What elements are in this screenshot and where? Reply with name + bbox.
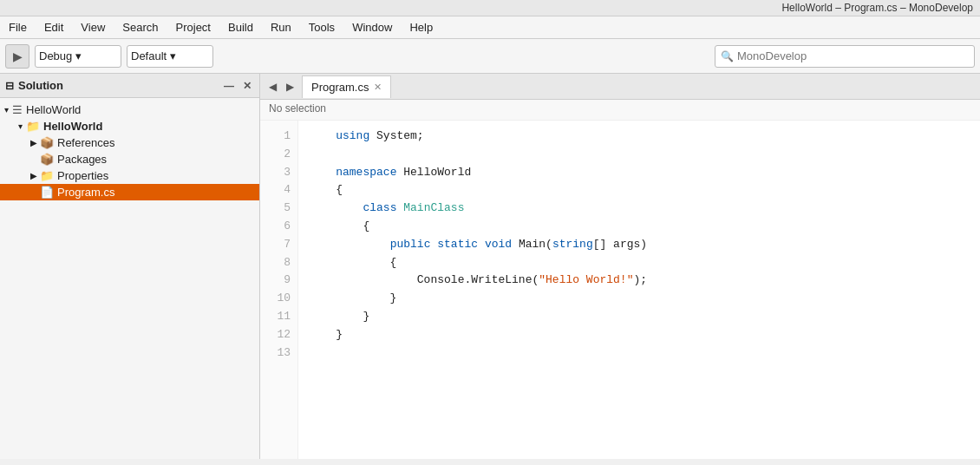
tree-item-label: Program.cs — [57, 186, 114, 199]
sidebar-close-button[interactable]: ✕ — [240, 79, 254, 93]
menu-item-build[interactable]: Build — [219, 19, 262, 36]
toolbar: ▶ Debug ▾ Default ▾ 🔍 — [0, 39, 980, 74]
line-numbers: 12345678910111213 — [260, 121, 298, 459]
tab-close-button[interactable]: ✕ — [374, 82, 382, 93]
main-area: ⊟ Solution — ✕ ▾☰HelloWorld▾📁HelloWorld▶… — [0, 74, 980, 459]
tab-prev-button[interactable]: ◀ — [264, 78, 281, 95]
code-editor[interactable]: 12345678910111213 using System; namespac… — [260, 121, 980, 459]
code-line: } — [309, 326, 970, 344]
tab-bar: ◀ ▶ Program.cs ✕ — [260, 74, 980, 100]
tree-item-references[interactable]: ▶📦References — [0, 134, 259, 151]
tree-item-icon: 📁 — [40, 169, 54, 182]
tree-item-label: HelloWorld — [43, 120, 102, 133]
run-button[interactable]: ▶ — [5, 44, 29, 69]
sidebar-minimize-button[interactable]: — — [221, 79, 237, 93]
line-number: 6 — [271, 218, 291, 236]
menu-item-tools[interactable]: Tools — [300, 19, 343, 36]
search-input[interactable] — [737, 49, 969, 62]
line-number: 3 — [271, 164, 291, 182]
menu-item-view[interactable]: View — [72, 19, 114, 36]
default-arrow-icon: ▾ — [170, 49, 176, 62]
menu-item-search[interactable]: Search — [114, 19, 167, 36]
code-line: class MainClass — [309, 200, 970, 218]
debug-arrow-icon: ▾ — [75, 49, 82, 62]
tree-item-icon: 📄 — [40, 186, 54, 199]
line-number: 10 — [271, 290, 291, 308]
code-line: } — [309, 290, 970, 308]
menu-item-project[interactable]: Project — [167, 19, 219, 36]
menu-item-help[interactable]: Help — [401, 19, 441, 36]
line-number: 11 — [271, 308, 291, 326]
tree-item-helloworld[interactable]: ▾☰HelloWorld — [0, 102, 259, 118]
menu-item-window[interactable]: Window — [343, 19, 401, 36]
line-number: 1 — [271, 128, 291, 146]
tree-item-properties[interactable]: ▶📁Properties — [0, 167, 259, 184]
line-number: 5 — [271, 200, 291, 218]
line-number: 7 — [271, 236, 291, 254]
line-number: 8 — [271, 254, 291, 272]
code-line: { — [309, 254, 970, 272]
code-line: namespace HelloWorld — [309, 164, 970, 182]
debug-dropdown[interactable]: Debug ▾ — [35, 45, 121, 68]
line-number: 2 — [271, 146, 291, 164]
tree-arrow-icon: ▶ — [28, 138, 40, 147]
sidebar-header: ⊟ Solution — ✕ — [0, 74, 259, 98]
line-number: 13 — [271, 344, 291, 363]
tab-program-cs[interactable]: Program.cs ✕ — [302, 75, 391, 98]
line-number: 4 — [271, 181, 291, 200]
code-content[interactable]: using System; namespace HelloWorld { cla… — [298, 121, 980, 459]
tab-next-button[interactable]: ▶ — [281, 78, 298, 95]
tree-item-label: Properties — [57, 169, 108, 182]
code-line — [309, 146, 970, 164]
code-line: { — [309, 181, 970, 200]
code-line — [309, 344, 970, 363]
tree-item-icon: 📦 — [40, 136, 54, 149]
tab-label: Program.cs — [311, 81, 369, 94]
line-number: 12 — [271, 326, 291, 344]
code-line: using System; — [309, 128, 970, 146]
breadcrumb: No selection — [260, 100, 980, 121]
default-dropdown[interactable]: Default ▾ — [127, 45, 213, 68]
tree-item-icon: 📦 — [40, 153, 54, 166]
menu-item-run[interactable]: Run — [262, 19, 300, 36]
sidebar-title: Solution — [18, 79, 63, 92]
code-line: Console.WriteLine("Hello World!"); — [309, 272, 970, 290]
sidebar-header-icons: — ✕ — [221, 79, 254, 93]
tree-item-helloworld[interactable]: ▾📁HelloWorld — [0, 118, 259, 134]
tree-item-icon: 📁 — [26, 120, 40, 133]
tree-item-label: References — [57, 136, 114, 149]
default-label: Default — [131, 49, 167, 62]
tree-item-label: HelloWorld — [26, 103, 81, 116]
menu-item-file[interactable]: File — [0, 19, 36, 36]
tree-item-packages[interactable]: 📦Packages — [0, 151, 259, 167]
tree-item-label: Packages — [57, 153, 107, 166]
breadcrumb-text: No selection — [269, 102, 326, 115]
menu-item-edit[interactable]: Edit — [36, 19, 72, 36]
toolbar-search[interactable]: 🔍 — [715, 45, 975, 68]
titlebar: HelloWorld – Program.cs – MonoDevelop — [0, 0, 980, 16]
editor-area: ◀ ▶ Program.cs ✕ No selection 1234567891… — [260, 74, 980, 459]
debug-label: Debug — [39, 49, 72, 62]
line-number: 9 — [271, 272, 291, 290]
menubar: FileEditViewSearchProjectBuildRunToolsWi… — [0, 16, 980, 39]
sidebar: ⊟ Solution — ✕ ▾☰HelloWorld▾📁HelloWorld▶… — [0, 74, 260, 459]
titlebar-text: HelloWorld – Program.cs – MonoDevelop — [781, 2, 973, 14]
tree-arrow-icon: ▾ — [0, 105, 12, 115]
code-line: public static void Main(string[] args) — [309, 236, 970, 254]
sidebar-tree: ▾☰HelloWorld▾📁HelloWorld▶📦References📦Pac… — [0, 98, 259, 459]
tree-item-icon: ☰ — [12, 103, 23, 116]
solution-icon: ⊟ — [5, 80, 14, 92]
code-line: } — [309, 308, 970, 326]
tree-arrow-icon: ▶ — [28, 171, 40, 180]
search-icon: 🔍 — [721, 50, 734, 62]
tree-item-program-cs[interactable]: 📄Program.cs — [0, 184, 259, 200]
tree-arrow-icon: ▾ — [14, 121, 26, 131]
code-line: { — [309, 218, 970, 236]
